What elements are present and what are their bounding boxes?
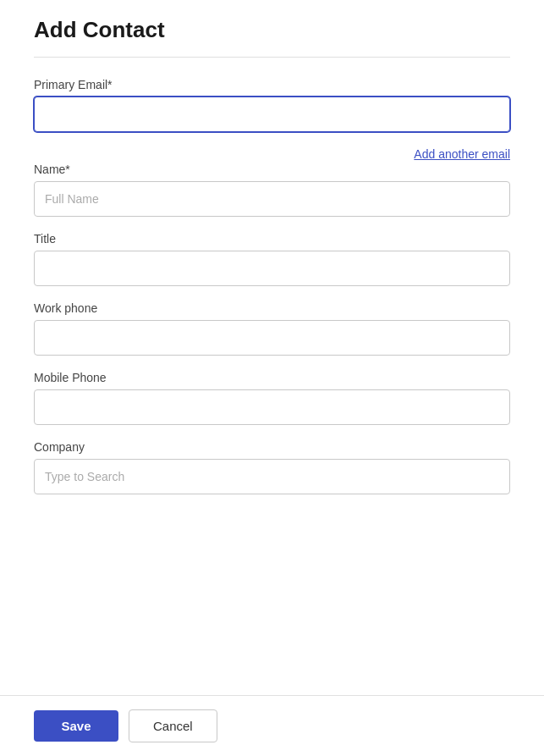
content-area: Add Contact Primary Email* Add another e…: [0, 0, 544, 695]
cancel-button[interactable]: Cancel: [129, 709, 217, 742]
work-phone-group: Work phone: [34, 301, 510, 356]
name-input[interactable]: [34, 181, 510, 217]
primary-email-input[interactable]: [34, 97, 510, 132]
footer-bar: Save Cancel: [0, 695, 544, 756]
save-button[interactable]: Save: [34, 710, 118, 742]
page-container: Add Contact Primary Email* Add another e…: [0, 0, 544, 756]
company-label: Company: [34, 440, 510, 454]
company-group: Company: [34, 440, 510, 494]
mobile-phone-group: Mobile Phone: [34, 371, 510, 425]
name-group: Name*: [34, 163, 510, 217]
mobile-phone-input[interactable]: [34, 389, 510, 425]
primary-email-label: Primary Email*: [34, 78, 510, 91]
mobile-phone-label: Mobile Phone: [34, 371, 510, 384]
title-label: Title: [34, 232, 510, 246]
divider: [34, 57, 510, 58]
add-another-email-row: Add another email: [34, 147, 510, 161]
primary-email-group: Primary Email*: [34, 78, 510, 132]
title-group: Title: [34, 232, 510, 286]
work-phone-label: Work phone: [34, 301, 510, 315]
company-input[interactable]: [34, 459, 510, 494]
name-label: Name*: [34, 163, 510, 176]
page-title: Add Contact: [34, 17, 510, 43]
work-phone-input[interactable]: [34, 320, 510, 356]
add-another-email-button[interactable]: Add another email: [414, 147, 510, 161]
title-input[interactable]: [34, 251, 510, 286]
